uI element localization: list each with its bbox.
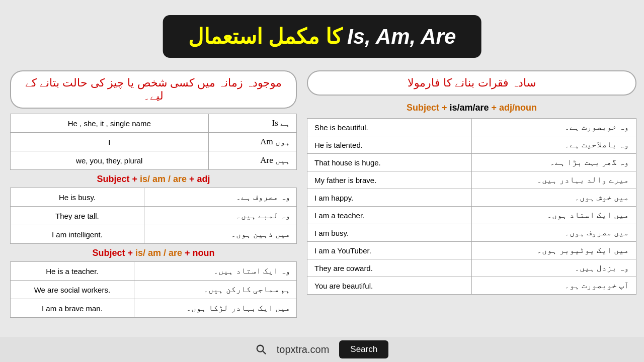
left-panel: موجودہ زمانہ میں کسی شخص یا چیز کی حالت … bbox=[10, 70, 297, 322]
urdu-cell: میں ایک یوٹیوبر ہوں۔ bbox=[472, 242, 636, 259]
right-subtitle-box: سادہ فقرات بنانے کا فارمولا bbox=[307, 70, 636, 96]
urdu-cell: ہیں Are bbox=[208, 151, 296, 170]
urdu-cell: میں ایک استاد ہوں۔ bbox=[472, 207, 636, 224]
english-cell: I am a YouTuber. bbox=[307, 242, 472, 259]
adj-section-header: Subject + is/ am / are + adj bbox=[10, 174, 297, 185]
urdu-cell: وہ بزدل ہیں۔ bbox=[472, 259, 636, 277]
urdu-cell: ہم سماجی کارکن ہیں۔ bbox=[134, 281, 296, 299]
english-cell: You are beautiful. bbox=[307, 277, 472, 295]
left-subtitle-text: موجودہ زمانہ میں کسی شخص یا چیز کی حالت … bbox=[25, 76, 282, 102]
table-row: I am a teacher.میں ایک استاد ہوں۔ bbox=[307, 207, 636, 224]
urdu-cell: وہ ایک استاد ہیں۔ bbox=[134, 262, 296, 281]
table-row: They are coward.وہ بزدل ہیں۔ bbox=[307, 259, 636, 277]
title-banner: کا مکمل استعمال Is, Am, Are bbox=[163, 15, 481, 58]
domain-text: topxtra.com bbox=[277, 344, 329, 355]
table-row: He is a teacher.وہ ایک استاد ہیں۔ bbox=[11, 262, 297, 281]
title-urdu: کا مکمل استعمال bbox=[188, 24, 342, 49]
left-subtitle-box: موجودہ زمانہ میں کسی شخص یا چیز کی حالت … bbox=[10, 70, 297, 109]
table-row: He is busy.وہ مصروف ہے۔ bbox=[11, 188, 297, 207]
table-row: Iہوں Am bbox=[11, 133, 297, 151]
svg-line-1 bbox=[263, 351, 266, 354]
urdu-cell: ہے Is bbox=[208, 114, 296, 133]
urdu-cell: وہ باصلاحیت ہے۔ bbox=[472, 136, 636, 154]
english-cell: That house is huge. bbox=[307, 154, 472, 171]
english-cell: She is beautiful. bbox=[307, 119, 472, 136]
english-cell: He is busy. bbox=[11, 188, 144, 207]
search-icon bbox=[256, 344, 267, 355]
urdu-cell: میرے والد بہادر ہیں۔ bbox=[472, 171, 636, 189]
table-row: I am intelligent.میں ذہین ہوں۔ bbox=[11, 225, 297, 244]
right-subtitle-text: سادہ فقرات بنانے کا فارمولا bbox=[408, 76, 535, 89]
table-row: They are tall.وہ لمبے ہیں۔ bbox=[11, 207, 297, 225]
urdu-cell: ہوں Am bbox=[208, 133, 296, 151]
english-cell: He is a teacher. bbox=[11, 262, 134, 281]
noun-section-header: Subject + is/ am / are + noun bbox=[10, 248, 297, 258]
table-row: That house is huge.وہ گھر بہت بڑا ہے۔ bbox=[307, 154, 636, 171]
table-row: He , she, it , single nameہے Is bbox=[11, 114, 297, 133]
table-row: She is beautiful.وہ خوبصورت ہے۔ bbox=[307, 119, 636, 136]
main-table: He , she, it , single nameہے IsIہوں Amwe… bbox=[10, 114, 297, 170]
table-row: I am happy.میں خوش ہوں۔ bbox=[307, 189, 636, 207]
table-row: I am a brave man.میں ایک بہادر لڑکا ہوں۔ bbox=[11, 299, 297, 318]
right-table: She is beautiful.وہ خوبصورت ہے۔He is tal… bbox=[307, 118, 636, 295]
search-button[interactable]: Search bbox=[339, 340, 388, 358]
table-row: My father is brave.میرے والد بہادر ہیں۔ bbox=[307, 171, 636, 189]
table-row: You are beautiful.آپ خوبصورت ہو۔ bbox=[307, 277, 636, 295]
urdu-cell: میں مصروف ہوں۔ bbox=[472, 224, 636, 242]
english-cell: I am a brave man. bbox=[11, 299, 134, 318]
table-row: I am busy.میں مصروف ہوں۔ bbox=[307, 224, 636, 242]
urdu-cell: وہ مصروف ہے۔ bbox=[144, 188, 296, 207]
english-cell: They are coward. bbox=[307, 259, 472, 277]
urdu-cell: میں ایک بہادر لڑکا ہوں۔ bbox=[134, 299, 296, 318]
noun-table: He is a teacher.وہ ایک استاد ہیں۔We are … bbox=[10, 261, 297, 318]
table-row: I am a YouTuber.میں ایک یوٹیوبر ہوں۔ bbox=[307, 242, 636, 259]
title-english: Is, Am, Are bbox=[347, 25, 456, 49]
bottom-bar: topxtra.com Search bbox=[0, 337, 644, 362]
table-row: We are social workers.ہم سماجی کارکن ہیں… bbox=[11, 281, 297, 299]
english-cell: we, you, they, plural bbox=[11, 151, 209, 170]
english-cell: I am a teacher. bbox=[307, 207, 472, 224]
english-cell: I am intelligent. bbox=[11, 225, 144, 244]
urdu-cell: وہ لمبے ہیں۔ bbox=[144, 207, 296, 225]
english-cell: He is talented. bbox=[307, 136, 472, 154]
adj-table: He is busy.وہ مصروف ہے۔They are tall.وہ … bbox=[10, 188, 297, 244]
right-panel: سادہ فقرات بنانے کا فارمولا Subject + is… bbox=[307, 70, 636, 295]
urdu-cell: وہ گھر بہت بڑا ہے۔ bbox=[472, 154, 636, 171]
english-cell: I am happy. bbox=[307, 189, 472, 207]
table-row: He is talented.وہ باصلاحیت ہے۔ bbox=[307, 136, 636, 154]
urdu-cell: وہ خوبصورت ہے۔ bbox=[472, 119, 636, 136]
urdu-cell: میں ذہین ہوں۔ bbox=[144, 225, 296, 244]
english-cell: They are tall. bbox=[11, 207, 144, 225]
formula-header: Subject + is/am/are + adj/noun bbox=[307, 101, 636, 115]
urdu-cell: میں خوش ہوں۔ bbox=[472, 189, 636, 207]
english-cell: My father is brave. bbox=[307, 171, 472, 189]
table-row: we, you, they, pluralہیں Are bbox=[11, 151, 297, 170]
english-cell: We are social workers. bbox=[11, 281, 134, 299]
english-cell: I am busy. bbox=[307, 224, 472, 242]
urdu-cell: آپ خوبصورت ہو۔ bbox=[472, 277, 636, 295]
english-cell: He , she, it , single name bbox=[11, 114, 209, 133]
svg-point-0 bbox=[257, 345, 264, 352]
english-cell: I bbox=[11, 133, 209, 151]
